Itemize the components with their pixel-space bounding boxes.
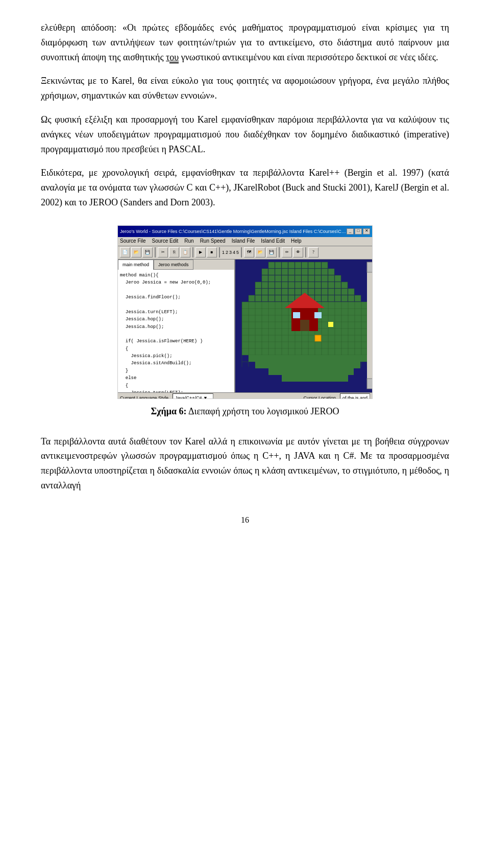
status-cursor-value: of the is and — [340, 393, 370, 399]
toolbar-save[interactable]: 💾 — [142, 247, 153, 257]
speed-label-5: 5 — [236, 249, 239, 256]
svg-rect-112 — [268, 368, 354, 375]
svg-rect-3 — [282, 262, 288, 268]
jeroo-screenshot: Jeroo's World - Source Files C:\Courses\… — [117, 225, 373, 399]
close-btn[interactable]: ✕ — [363, 228, 370, 234]
svg-rect-19 — [322, 269, 328, 275]
svg-rect-111 — [255, 362, 360, 368]
svg-rect-52 — [288, 289, 295, 295]
code-line-13: Jessica.sitAndBuild(); — [120, 360, 232, 367]
svg-rect-51 — [282, 289, 288, 295]
toolbar-island-save[interactable]: 💾 — [266, 247, 277, 257]
menu-source-edit[interactable]: Source Edit — [152, 237, 179, 245]
svg-rect-76 — [341, 295, 348, 301]
svg-rect-21 — [262, 275, 268, 281]
svg-rect-53 — [295, 289, 301, 295]
svg-rect-1 — [268, 262, 275, 268]
svg-rect-66 — [275, 295, 281, 301]
toolbar-paste[interactable]: 📋 — [180, 247, 190, 257]
svg-rect-75 — [335, 295, 341, 301]
paragraph-1: ελεύθερη απόδοση: «Οι πρώτες εβδομάδες ε… — [41, 20, 449, 64]
toolbar-divider-3 — [219, 247, 220, 257]
toolbar-island-edit-btn[interactable]: ✏ — [282, 247, 292, 257]
island-svg — [235, 260, 372, 391]
ide-title: Jeroo's World - Source Files C:\Courses\… — [120, 228, 347, 235]
ide-island-view — [235, 260, 372, 392]
paragraph-5: Τα περιβάλλοντα αυτά διαθέτουν τον Karel… — [41, 434, 449, 493]
svg-rect-63 — [255, 295, 261, 301]
svg-rect-77 — [348, 295, 354, 301]
toolbar-copy[interactable]: ⎘ — [169, 247, 179, 257]
toolbar-island-view[interactable]: 👁 — [293, 247, 303, 257]
toolbar-new[interactable]: 📄 — [120, 247, 130, 257]
svg-rect-67 — [282, 295, 288, 301]
svg-rect-113 — [282, 375, 348, 382]
svg-rect-43 — [322, 282, 328, 288]
dropdown-arrow: ▼ — [203, 395, 208, 399]
toolbar-help-btn[interactable]: ? — [308, 247, 318, 257]
svg-rect-68 — [288, 295, 295, 301]
menu-run-speed[interactable]: Run Speed — [200, 237, 226, 245]
speed-label-3: 3 — [229, 249, 232, 256]
ide-left-panel: main method Jeroo methods method main(){… — [118, 260, 235, 392]
speed-label: 1 — [222, 249, 225, 256]
toolbar-stop[interactable]: ■ — [207, 247, 217, 257]
menu-run[interactable]: Run — [184, 237, 193, 245]
svg-rect-78 — [355, 295, 361, 301]
svg-rect-29 — [315, 275, 321, 281]
menu-source-file[interactable]: Source File — [120, 237, 146, 245]
svg-rect-35 — [268, 282, 275, 288]
svg-rect-116 — [300, 320, 309, 331]
code-line-6: Jessica.turn(LEFT); — [120, 309, 232, 316]
svg-rect-12 — [275, 269, 281, 275]
page-number: 16 — [41, 513, 449, 527]
svg-rect-56 — [315, 289, 321, 295]
code-line-14: } — [120, 367, 232, 374]
toolbar-divider-4 — [241, 247, 242, 257]
svg-rect-58 — [328, 289, 334, 295]
menu-island-edit[interactable]: Island Edit — [261, 237, 285, 245]
svg-rect-117 — [293, 312, 300, 318]
ide-code-editor[interactable]: method main(){ Jeroo Jessica = new Jeroo… — [118, 270, 234, 392]
code-line-10: if( Jessica.isFlower(HERE) ) — [120, 338, 232, 345]
tab-main-method[interactable]: main method — [118, 260, 154, 270]
status-lang-text: Java/C++/C# — [175, 395, 202, 399]
svg-rect-33 — [255, 282, 261, 288]
minimize-btn[interactable]: _ — [347, 228, 354, 234]
svg-rect-22 — [268, 275, 275, 281]
maximize-btn[interactable]: □ — [355, 228, 362, 234]
svg-rect-15 — [295, 269, 301, 275]
main-content: ελεύθερη απόδοση: «Οι πρώτες εβδομάδες ε… — [41, 20, 449, 526]
toolbar-island-new[interactable]: 🗺 — [244, 247, 254, 257]
tab-jeroo-methods[interactable]: Jeroo methods — [154, 260, 193, 270]
toolbar-run[interactable]: ▶ — [195, 247, 206, 257]
svg-rect-32 — [335, 275, 341, 281]
code-line-3 — [120, 287, 232, 294]
status-cursor-text: of the is and — [342, 395, 368, 399]
toolbar-divider-5 — [279, 247, 280, 257]
status-lang-value[interactable]: Java/C++/C# ▼ — [173, 393, 213, 399]
svg-rect-11 — [268, 269, 275, 275]
code-line-9 — [120, 331, 232, 338]
svg-rect-65 — [268, 295, 275, 301]
ide-tabs: main method Jeroo methods — [118, 260, 234, 270]
ide-statusbar: Current Language Style Java/C++/C# ▼ Cur… — [118, 392, 372, 399]
svg-rect-41 — [308, 282, 314, 288]
svg-rect-48 — [262, 289, 268, 295]
ide-titlebar: Jeroo's World - Source Files C:\Courses\… — [118, 226, 372, 237]
toolbar-island-open[interactable]: 📂 — [255, 247, 265, 257]
svg-rect-123 — [367, 379, 372, 389]
menu-island-file[interactable]: Island File — [232, 237, 255, 245]
svg-rect-20 — [328, 269, 334, 275]
svg-rect-23 — [275, 275, 281, 281]
menu-help[interactable]: Help — [291, 237, 302, 245]
svg-rect-118 — [314, 312, 322, 318]
svg-rect-28 — [308, 275, 314, 281]
code-line-12: Jessica.pick(); — [120, 353, 232, 360]
svg-rect-47 — [255, 289, 261, 295]
toolbar-cut[interactable]: ✂ — [158, 247, 168, 257]
toolbar-open[interactable]: 📂 — [131, 247, 141, 257]
svg-rect-73 — [322, 295, 328, 301]
paragraph-3: Ως φυσική εξέλιξη και προσαρμογή του Kar… — [41, 112, 449, 156]
svg-rect-37 — [282, 282, 288, 288]
